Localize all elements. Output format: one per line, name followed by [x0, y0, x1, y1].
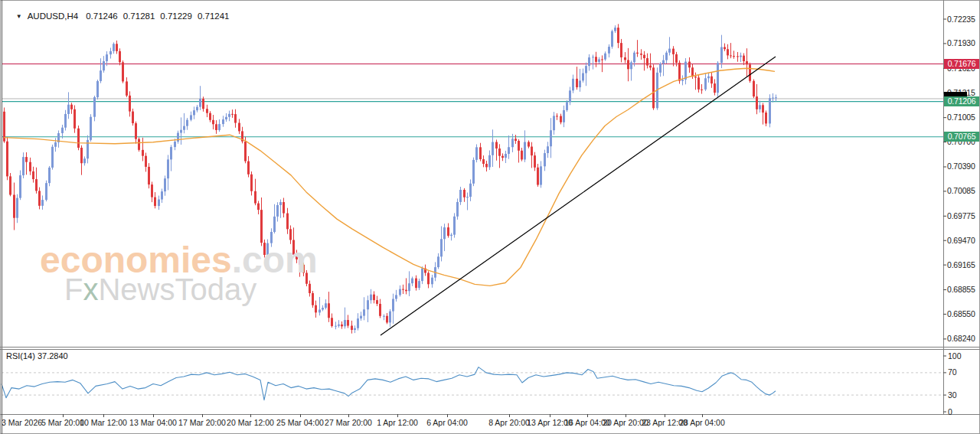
price-axis-label: 0.68855 [947, 285, 975, 294]
watermark-tagline-f: F [64, 272, 83, 306]
indicator-axis-label: 70 [948, 367, 957, 377]
time-axis-label: 5 Mar 20:00 [41, 418, 84, 427]
price-axis-label: 0.71005 [947, 113, 975, 122]
price-badge-support-2: 0.70765 [944, 132, 979, 142]
indicator-axis: 10070300 [943, 348, 980, 414]
time-axis-label: 25 Mar 04:00 [276, 418, 324, 427]
indicator-axis-label: 0 [948, 407, 952, 416]
price-badge-resistance: 0.71676 [944, 59, 979, 69]
time-axis[interactable]: 3 Mar 20265 Mar 20:0010 Mar 12:0013 Mar … [0, 414, 943, 434]
price-axis-label: 0.69775 [947, 211, 975, 220]
symbol-dropdown-icon[interactable]: ▼ [16, 13, 22, 20]
time-axis-label: 20 Mar 12:00 [227, 418, 274, 427]
price-axis-label: 0.70085 [947, 186, 975, 195]
indicator-axis-label: 100 [948, 351, 962, 361]
time-axis-label: 27 Mar 20:00 [325, 418, 372, 427]
time-axis-label: 1 Apr 12:00 [377, 418, 418, 427]
trading-chart-window: ▼AUDUSD,H40.712460.712810.712290.71241 e… [0, 0, 980, 434]
time-axis-label: 17 Mar 20:00 [178, 418, 226, 427]
price-axis-label: 0.69165 [947, 260, 975, 269]
watermark-tagline-x-icon: x [83, 272, 98, 306]
price-axis-label: 0.71930 [947, 38, 975, 47]
quote-high: 0.71281 [123, 11, 155, 21]
indicator-label: RSI(14) 37.2840 [6, 351, 68, 361]
quote-close: 0.71241 [198, 11, 230, 21]
chart-title-bar: ▼AUDUSD,H40.712460.712810.712290.71241 [6, 2, 234, 30]
time-axis-label: 3 Mar 2026 [2, 418, 42, 427]
watermark-tagline: FxNewsToday [64, 274, 256, 305]
time-axis-label: 8 Apr 20:00 [488, 418, 530, 427]
indicator-axis-label: 30 [948, 390, 957, 400]
chart-canvas[interactable] [0, 0, 980, 434]
price-axis-label: 0.70390 [947, 162, 975, 171]
time-axis-label: 6 Apr 04:00 [426, 418, 468, 427]
time-axis-label: 28 Apr 04:00 [679, 418, 725, 427]
price-badge-support-1: 0.71206 [944, 96, 979, 106]
price-axis-label: 0.68240 [947, 334, 975, 343]
price-axis-label: 0.72235 [947, 15, 975, 24]
price-axis-label: 0.68550 [947, 309, 975, 318]
price-axis-label: 0.69470 [947, 236, 975, 245]
time-axis-label: 13 Mar 04:00 [129, 418, 177, 427]
watermark-tagline-rest: NewsToday [98, 272, 256, 306]
time-axis-label: 10 Mar 12:00 [80, 418, 127, 427]
quote-open: 0.71246 [86, 11, 118, 21]
quote-low: 0.71229 [160, 11, 192, 21]
symbol-period-label: AUDUSD,H4 [28, 11, 78, 21]
current-price-marker [944, 92, 967, 96]
